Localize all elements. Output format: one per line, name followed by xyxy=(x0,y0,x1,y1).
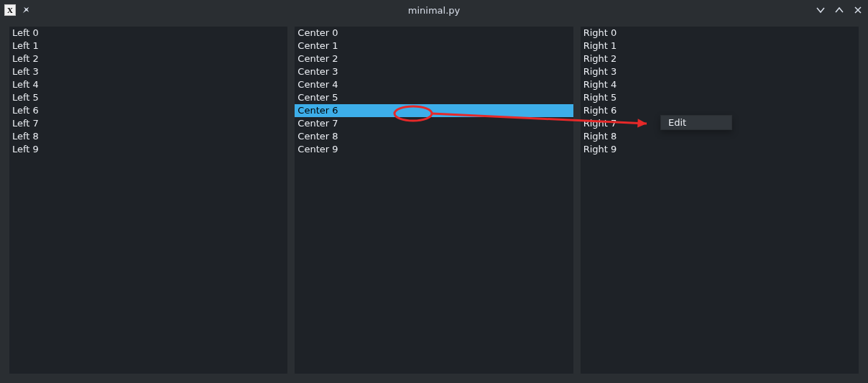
list-item[interactable]: Center 3 xyxy=(295,65,573,78)
list-item[interactable]: Left 5 xyxy=(9,91,287,104)
workspace: Left 0Left 1Left 2Left 3Left 4Left 5Left… xyxy=(0,20,868,383)
list-item[interactable]: Center 6 xyxy=(295,104,573,117)
list-item[interactable]: Right 3 xyxy=(581,65,859,78)
window-close-button[interactable] xyxy=(852,4,864,16)
list-item[interactable]: Left 0 xyxy=(9,27,287,40)
window-titlebar: X minimal.py xyxy=(0,0,868,20)
list-item[interactable]: Left 8 xyxy=(9,130,287,143)
list-item[interactable]: Left 6 xyxy=(9,104,287,117)
context-menu-item-edit[interactable]: Edit xyxy=(661,116,731,129)
list-item[interactable]: Left 2 xyxy=(9,52,287,65)
list-item[interactable]: Right 9 xyxy=(581,143,859,156)
list-item[interactable]: Left 4 xyxy=(9,78,287,91)
list-item[interactable]: Left 9 xyxy=(9,143,287,156)
context-menu[interactable]: Edit xyxy=(660,115,732,130)
list-item[interactable]: Center 2 xyxy=(295,52,573,65)
panel-left[interactable]: Left 0Left 1Left 2Left 3Left 4Left 5Left… xyxy=(9,26,288,374)
list-item[interactable]: Center 9 xyxy=(295,143,573,156)
list-item[interactable]: Center 4 xyxy=(295,78,573,91)
pin-icon[interactable] xyxy=(20,4,32,16)
panel-center[interactable]: Center 0Center 1Center 2Center 3Center 4… xyxy=(294,26,573,374)
list-center[interactable]: Center 0Center 1Center 2Center 3Center 4… xyxy=(295,27,573,156)
list-right[interactable]: Right 0Right 1Right 2Right 3Right 4Right… xyxy=(581,27,859,156)
list-item[interactable]: Center 0 xyxy=(295,27,573,40)
window-minimize-button[interactable] xyxy=(815,4,826,16)
list-item[interactable]: Right 0 xyxy=(581,27,859,40)
list-item[interactable]: Right 2 xyxy=(581,52,859,65)
window-title: minimal.py xyxy=(0,5,868,16)
panel-right[interactable]: Right 0Right 1Right 2Right 3Right 4Right… xyxy=(580,26,859,374)
list-item[interactable]: Right 1 xyxy=(581,40,859,52)
list-item[interactable]: Right 5 xyxy=(581,91,859,104)
list-item[interactable]: Left 3 xyxy=(9,65,287,78)
list-item[interactable]: Left 1 xyxy=(9,40,287,52)
list-left[interactable]: Left 0Left 1Left 2Left 3Left 4Left 5Left… xyxy=(9,27,287,156)
list-item[interactable]: Left 7 xyxy=(9,117,287,130)
app-icon: X xyxy=(4,4,16,16)
list-item[interactable]: Center 7 xyxy=(295,117,573,130)
list-item[interactable]: Center 1 xyxy=(295,40,573,52)
list-item[interactable]: Center 8 xyxy=(295,130,573,143)
window-maximize-button[interactable] xyxy=(834,4,845,16)
list-item[interactable]: Right 4 xyxy=(581,78,859,91)
list-item[interactable]: Center 5 xyxy=(295,91,573,104)
list-item[interactable]: Right 8 xyxy=(581,130,859,143)
